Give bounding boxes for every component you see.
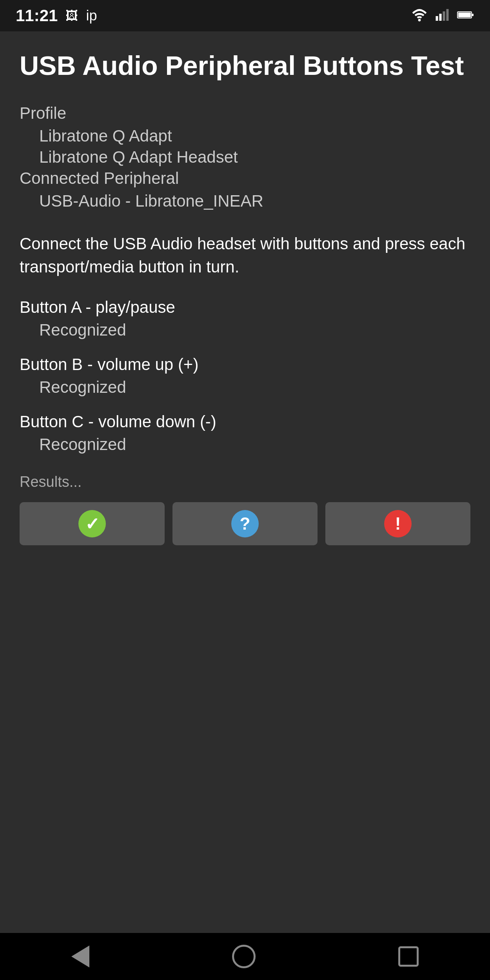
status-time: 11:21 bbox=[16, 6, 58, 25]
wifi-icon bbox=[412, 8, 427, 23]
button-a-status: Recognized bbox=[20, 321, 470, 339]
connected-peripheral-label: Connected Peripheral bbox=[20, 169, 470, 188]
home-icon bbox=[232, 945, 256, 968]
button-c-status: Recognized bbox=[20, 435, 470, 454]
connected-peripheral-value: USB-Audio - Libratone_INEAR bbox=[20, 192, 470, 211]
info-icon: ? bbox=[231, 510, 259, 537]
svg-rect-3 bbox=[443, 11, 445, 21]
battery-icon bbox=[457, 9, 474, 22]
action-buttons-row: ✓ ? ! bbox=[20, 502, 470, 545]
info-button[interactable]: ? bbox=[172, 502, 318, 545]
status-bar-left: 11:21 🖼 ip bbox=[16, 6, 97, 25]
svg-rect-2 bbox=[439, 14, 442, 21]
status-bar-right bbox=[412, 8, 474, 24]
description-text: Connect the USB Audio headset with butto… bbox=[20, 232, 470, 279]
results-label: Results... bbox=[20, 474, 470, 490]
svg-point-0 bbox=[418, 19, 421, 22]
main-content: USB Audio Peripheral Buttons Test Profil… bbox=[0, 31, 490, 933]
fail-button[interactable]: ! bbox=[325, 502, 470, 545]
svg-rect-4 bbox=[446, 9, 449, 21]
ip-label: ip bbox=[86, 7, 97, 24]
button-a-label: Button A - play/pause bbox=[20, 298, 470, 317]
fail-icon: ! bbox=[384, 510, 412, 537]
button-b-label: Button B - volume up (+) bbox=[20, 355, 470, 374]
image-icon: 🖼 bbox=[65, 9, 78, 23]
status-bar: 11:21 🖼 ip bbox=[0, 0, 490, 31]
back-icon bbox=[71, 946, 89, 967]
pass-icon: ✓ bbox=[78, 510, 106, 537]
page-title: USB Audio Peripheral Buttons Test bbox=[20, 51, 470, 80]
nav-bar bbox=[0, 933, 490, 980]
profile-value-1: Libratone Q Adapt bbox=[20, 127, 470, 145]
button-c-section: Button C - volume down (-) Recognized bbox=[20, 412, 470, 454]
button-c-label: Button C - volume down (-) bbox=[20, 412, 470, 431]
recents-button[interactable] bbox=[398, 946, 419, 967]
home-button[interactable] bbox=[232, 945, 256, 968]
recents-icon bbox=[398, 946, 419, 967]
signal-icon bbox=[435, 8, 449, 24]
profile-value-2: Libratone Q Adapt Headset bbox=[20, 148, 470, 167]
button-b-section: Button B - volume up (+) Recognized bbox=[20, 355, 470, 397]
button-b-status: Recognized bbox=[20, 378, 470, 397]
profile-section: Profile Libratone Q Adapt Libratone Q Ad… bbox=[20, 104, 470, 213]
pass-button[interactable]: ✓ bbox=[20, 502, 165, 545]
svg-rect-1 bbox=[436, 16, 438, 21]
back-button[interactable] bbox=[71, 946, 89, 967]
svg-rect-7 bbox=[458, 13, 471, 17]
profile-label: Profile bbox=[20, 104, 470, 123]
button-a-section: Button A - play/pause Recognized bbox=[20, 298, 470, 339]
svg-rect-6 bbox=[472, 14, 474, 16]
